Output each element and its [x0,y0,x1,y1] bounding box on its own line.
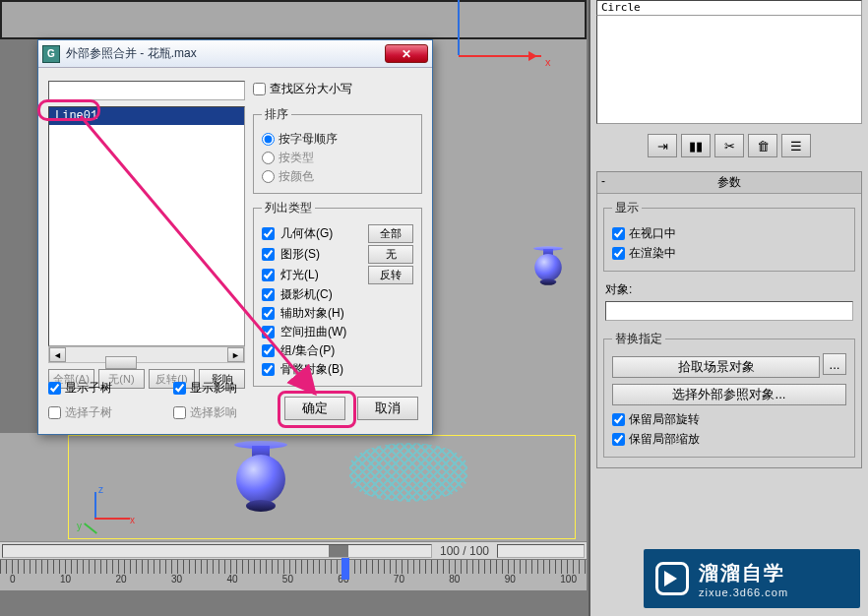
display-legend: 显示 [612,200,642,216]
rollout-header[interactable]: - 参数 [597,172,861,194]
world-axis-gizmo: z x y [77,488,126,529]
type-light-checkbox[interactable] [262,269,275,281]
object-listbox[interactable]: Line01 [48,106,245,346]
dialog-action-buttons: 确定 取消 [284,397,418,420]
select-subtree-checkbox[interactable]: 选择子树 [48,404,163,421]
time-slider-bar[interactable]: 100 / 100 [0,541,587,559]
types-invert-button[interactable]: 反转 [368,266,413,284]
pick-xref-object-button[interactable]: 选择外部参照对象... [612,384,846,405]
watermark-title: 溜溜自学 [699,560,788,586]
parameters-rollout: - 参数 显示 在视口中 在渲染中 对象: 替换指定 拾取场景对象 ... 选择… [596,171,862,468]
sort-alpha-radio[interactable]: 按字母顺序 [262,131,413,148]
types-none-button[interactable]: 无 [368,245,413,264]
xref-merge-dialog: G 外部参照合并 - 花瓶.max ✕ Line01 ◄ ► 全部(A) 无(N… [37,39,433,435]
type-spacewarp-checkbox[interactable] [262,326,275,339]
make-unique-icon[interactable]: ✂ [714,134,744,157]
axis-label-z: z [98,484,103,495]
display-group: 显示 在视口中 在渲染中 [603,200,855,272]
dialog-left-column: Line01 ◄ ► 全部(A) 无(N) 反转(I) 影响 [48,78,245,389]
type-helper-checkbox[interactable] [262,307,275,320]
in-render-checkbox[interactable]: 在渲染中 [612,245,846,262]
time-slider-track[interactable] [2,544,432,558]
type-bone-checkbox[interactable] [262,363,275,376]
list-item-line01[interactable]: Line01 [49,107,244,125]
sort-legend: 排序 [262,106,291,123]
object-label: 对象: [605,281,853,298]
ok-button[interactable]: 确定 [284,397,345,420]
dialog-titlebar[interactable]: G 外部参照合并 - 花瓶.max ✕ [38,40,432,68]
axis-label-x: x [545,56,551,68]
vase-object-front[interactable] [231,441,290,529]
ground-grid [349,443,467,502]
axis-label-x2: x [130,515,135,525]
viewport-top [0,0,587,39]
types-all-button[interactable]: 全部 [368,224,413,243]
axis-label-y: y [77,521,82,531]
scene-object-name[interactable]: Circle [596,0,862,16]
current-frame-marker[interactable] [341,558,349,580]
dialog-title: 外部参照合并 - 花瓶.max [66,45,385,62]
gizmo-x-axis[interactable] [459,55,541,57]
watermark: 溜溜自学 zixue.3d66.com [644,549,860,608]
pin-stack-icon[interactable]: ⇥ [648,134,677,157]
rollout-title: 参数 [717,174,741,191]
pick-scene-browse-button[interactable]: ... [823,353,846,375]
list-types-group: 列出类型 几何体(G)全部 图形(S)无 灯光(L)反转 摄影机(C) 辅助对象… [253,200,422,387]
sort-group: 排序 按字母顺序 按类型 按颜色 [253,106,422,194]
show-end-result-icon[interactable]: ▮▮ [681,134,711,157]
app-icon: G [42,45,60,63]
type-geometry-checkbox[interactable] [262,227,275,240]
show-influence-checkbox[interactable]: 显示影响 [173,380,288,397]
scroll-thumb[interactable] [105,356,137,369]
rollout-toggle-icon[interactable]: - [601,174,605,188]
scene-object-list[interactable] [596,16,862,124]
list-horizontal-scrollbar[interactable]: ◄ ► [48,346,245,363]
frame-counter: 100 / 100 [434,544,495,558]
gizmo-y-axis[interactable] [458,0,460,55]
dialog-right-column: 查找区分大小写 排序 按字母顺序 按类型 按颜色 列出类型 几何体(G)全部 图… [253,78,422,389]
watermark-url: zixue.3d66.com [699,586,788,598]
object-name-input[interactable] [605,301,853,321]
configure-sets-icon[interactable]: ☰ [781,134,811,157]
select-influence-checkbox[interactable]: 选择影响 [173,404,288,421]
type-shape-checkbox[interactable] [262,248,275,261]
replace-group: 替换指定 拾取场景对象 ... 选择外部参照对象... 保留局部旋转 保留局部缩… [603,331,855,458]
cancel-button[interactable]: 取消 [357,397,418,420]
close-button[interactable]: ✕ [385,44,428,63]
ruler-ticks [0,560,587,574]
time-slider-thumb[interactable] [329,545,348,557]
type-camera-checkbox[interactable] [262,288,275,301]
remove-modifier-icon[interactable]: 🗑 [748,134,777,157]
keep-local-rotation-checkbox[interactable]: 保留局部旋转 [612,411,846,428]
object-field-row: 对象: [597,281,861,325]
keep-local-scale-checkbox[interactable]: 保留局部缩放 [612,431,846,448]
dialog-bottom-options: 显示子树 显示影响 选择子树 选择影响 [48,377,288,424]
command-panel: Circle ⇥ ▮▮ ✂ 🗑 ☰ - 参数 显示 在视口中 在渲染中 对象: … [589,0,868,616]
pick-scene-object-button[interactable]: 拾取场景对象 [612,356,820,378]
timeline-ruler[interactable]: 0 10 20 30 40 50 60 70 80 90 100 [0,559,587,590]
search-input[interactable] [48,81,245,100]
type-group-checkbox[interactable] [262,344,275,357]
replace-legend: 替换指定 [612,331,665,347]
types-legend: 列出类型 [262,200,315,216]
sort-type-radio[interactable]: 按类型 [262,150,413,166]
play-icon [655,562,689,595]
active-viewport-frame [68,435,576,539]
panel-toolbar: ⇥ ▮▮ ✂ 🗑 ☰ [596,134,862,157]
vase-object-persp[interactable] [532,246,565,295]
sort-color-radio[interactable]: 按颜色 [262,168,413,185]
in-viewport-checkbox[interactable]: 在视口中 [612,225,846,242]
show-subtree-checkbox[interactable]: 显示子树 [48,380,163,397]
time-slider-track-right[interactable] [497,544,585,558]
scroll-right-icon[interactable]: ► [227,347,244,362]
case-sensitive-checkbox[interactable]: 查找区分大小写 [253,81,422,97]
scroll-left-icon[interactable]: ◄ [49,347,66,362]
